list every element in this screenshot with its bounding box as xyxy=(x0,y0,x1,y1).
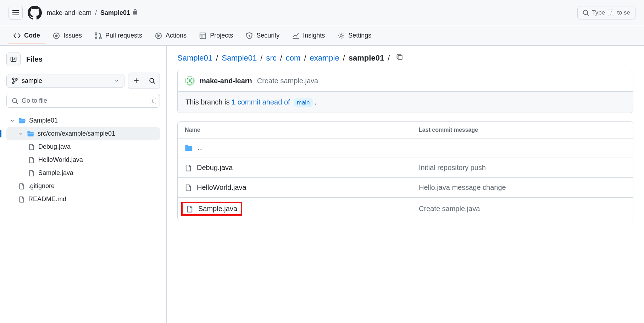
svg-rect-21 xyxy=(187,82,189,84)
svg-rect-18 xyxy=(187,78,189,80)
tab-projects[interactable]: Projects xyxy=(194,27,238,44)
file-icon xyxy=(185,184,192,191)
col-header-msg: Last commit message xyxy=(419,127,626,133)
file-icon xyxy=(185,164,192,171)
code-icon xyxy=(13,32,21,39)
search-icon xyxy=(583,10,589,16)
breadcrumb-separator: / xyxy=(94,9,98,17)
tree-folder-src[interactable]: src/com/example/sample01 xyxy=(6,127,160,140)
shield-icon xyxy=(246,32,253,39)
commit-msg-cell[interactable]: Create sample.java xyxy=(419,205,626,213)
file-name[interactable]: Debug.java xyxy=(197,164,233,172)
menu-button[interactable] xyxy=(9,6,23,20)
commit-msg-cell[interactable]: Hello.java message change xyxy=(419,183,626,192)
svg-rect-19 xyxy=(191,78,193,80)
svg-point-13 xyxy=(16,78,17,80)
svg-rect-20 xyxy=(189,79,191,82)
repo-breadcrumb: make-and-learn / Sample01 xyxy=(47,9,138,17)
path-segment[interactable]: Sample01 xyxy=(177,53,212,63)
repo-nav: Code Issues Pull requests Actions Projec… xyxy=(0,26,644,46)
tree-file[interactable]: .gitignore xyxy=(6,180,160,193)
path-current: sample01 xyxy=(349,53,384,63)
copy-icon xyxy=(396,53,403,61)
branch-select-button[interactable]: sample xyxy=(6,74,124,88)
file-listing-table: Name Last commit message .. Debug.java I… xyxy=(177,121,633,220)
svg-point-14 xyxy=(150,78,154,82)
compare-link[interactable]: 1 commit ahead of xyxy=(232,98,290,106)
file-icon xyxy=(18,196,25,203)
add-file-button[interactable] xyxy=(128,73,144,89)
play-icon xyxy=(155,32,162,39)
folder-open-icon xyxy=(18,117,26,124)
highlight-annotation: Sample.java xyxy=(181,202,242,216)
tab-security[interactable]: Security xyxy=(241,27,284,44)
search-icon xyxy=(149,78,155,84)
global-search[interactable]: Type / to se xyxy=(577,6,635,19)
search-icon xyxy=(12,98,18,104)
folder-icon xyxy=(185,144,193,152)
svg-point-5 xyxy=(100,37,101,39)
compare-base-branch[interactable]: main xyxy=(294,98,313,107)
svg-point-4 xyxy=(95,37,97,39)
folder-open-icon xyxy=(27,130,34,137)
parent-dir-label: .. xyxy=(198,145,203,151)
tab-insights[interactable]: Insights xyxy=(287,27,330,44)
commit-msg-cell[interactable]: Initial repository push xyxy=(419,164,626,172)
author-avatar[interactable] xyxy=(185,76,195,86)
goto-kbd: t xyxy=(150,98,156,104)
tree-file[interactable]: HelloWorld.java xyxy=(6,153,160,166)
svg-point-2 xyxy=(56,35,57,36)
collapse-sidebar-button[interactable] xyxy=(6,52,21,66)
file-name[interactable]: HelloWorld.java xyxy=(197,183,246,192)
commit-message[interactable]: Create sample.java xyxy=(257,77,318,85)
path-segment[interactable]: example xyxy=(310,53,339,63)
tree-folder-root[interactable]: Sample01 xyxy=(6,114,160,127)
tab-pulls[interactable]: Pull requests xyxy=(90,27,147,44)
chevron-down-icon xyxy=(114,78,119,83)
search-files-button[interactable] xyxy=(144,73,160,89)
tree-file[interactable]: README.md xyxy=(6,193,160,206)
path-segment[interactable]: com xyxy=(286,53,301,63)
branch-name: sample xyxy=(22,77,42,85)
tab-actions[interactable]: Actions xyxy=(150,27,191,44)
copy-path-button[interactable] xyxy=(396,53,403,63)
path-breadcrumb: Sample01/ Sample01/ src/ com/ example/ s… xyxy=(177,53,633,63)
hamburger-icon xyxy=(12,10,19,15)
global-header: make-and-learn / Sample01 Type / to se xyxy=(0,0,644,26)
latest-commit-bar[interactable]: make-and-learn Create sample.java xyxy=(177,70,633,92)
main-layout: Files sample Go to file t xyxy=(0,46,644,323)
table-row[interactable]: Sample.java Create sample.java xyxy=(178,198,633,220)
goto-file-input[interactable]: Go to file t xyxy=(6,94,160,108)
path-segment[interactable]: Sample01 xyxy=(222,53,257,63)
tab-issues[interactable]: Issues xyxy=(48,27,87,44)
github-logo[interactable] xyxy=(28,6,42,20)
files-title: Files xyxy=(26,55,43,63)
git-pull-request-icon xyxy=(95,32,102,39)
svg-point-9 xyxy=(340,34,342,36)
file-name[interactable]: Sample.java xyxy=(198,205,237,213)
issues-icon xyxy=(53,32,60,39)
tree-file[interactable]: Sample.java xyxy=(6,166,160,180)
lock-icon xyxy=(132,9,138,17)
parent-dir-row[interactable]: .. xyxy=(178,138,633,158)
file-icon xyxy=(28,144,35,150)
branch-compare-notice: This branch is 1 commit ahead of main . xyxy=(177,92,633,113)
gear-icon xyxy=(338,32,345,39)
chevron-down-icon xyxy=(10,118,15,123)
svg-rect-16 xyxy=(398,56,402,60)
table-row[interactable]: Debug.java Initial repository push xyxy=(178,158,633,178)
owner-link[interactable]: make-and-learn xyxy=(47,9,91,17)
svg-point-15 xyxy=(12,98,16,102)
tree-file[interactable]: Debug.java xyxy=(6,140,160,153)
path-segment[interactable]: src xyxy=(266,53,276,63)
table-header: Name Last commit message xyxy=(178,122,633,138)
repo-link[interactable]: Sample01 xyxy=(100,9,130,17)
tab-code[interactable]: Code xyxy=(9,27,45,44)
file-tree-sidebar: Files sample Go to file t xyxy=(0,46,167,323)
tab-settings[interactable]: Settings xyxy=(333,27,376,44)
table-row[interactable]: HelloWorld.java Hello.java message chang… xyxy=(178,178,633,198)
file-tree: Sample01 src/com/example/sample01 Debug.… xyxy=(6,114,160,206)
svg-point-8 xyxy=(249,35,250,35)
commit-author[interactable]: make-and-learn xyxy=(200,77,252,85)
search-suffix-text: to se xyxy=(617,9,630,16)
